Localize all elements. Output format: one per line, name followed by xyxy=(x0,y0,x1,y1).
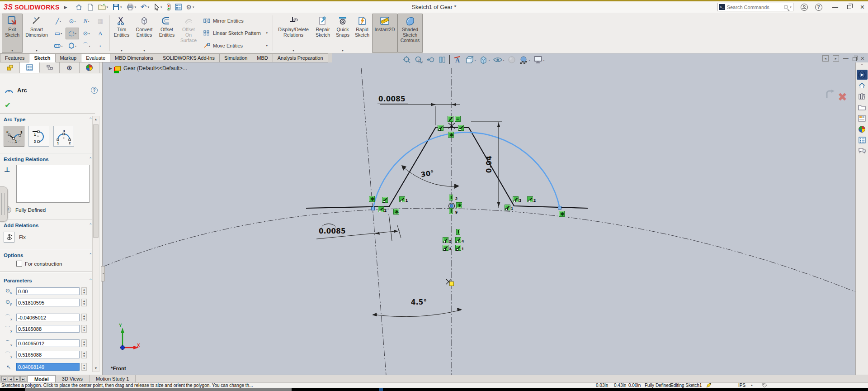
scroll-prev-icon[interactable]: ◀ xyxy=(8,376,14,381)
panel-slide-handle[interactable] xyxy=(0,186,8,222)
slot-tool[interactable]: ▾ xyxy=(52,40,65,52)
tab-mbd-dimensions[interactable]: MBD Dimensions xyxy=(110,53,158,62)
add-relations-section-header[interactable]: Add Relations xyxy=(4,223,38,228)
smart-dimension-button[interactable]: Smart Dimension ▾ xyxy=(23,14,51,53)
menu-flyout-icon[interactable]: ▶ xyxy=(64,5,67,10)
collapse-chevron-icon[interactable]: ⌃ xyxy=(89,278,92,282)
search-commands-box[interactable]: >_ ▾ xyxy=(717,3,793,11)
collapse-chevron-icon[interactable]: ⌃ xyxy=(89,253,92,257)
convert-entities-button[interactable]: Convert Entities ▾ xyxy=(132,14,156,53)
collapse-chevron-icon[interactable]: ⌃ xyxy=(89,117,92,121)
feature-tree-flyout[interactable]: ▶ Gear (Default<<Default>... xyxy=(109,65,187,72)
spline-tool[interactable]: N▾ xyxy=(80,15,93,27)
end-y-spinner[interactable]: ▲▼ xyxy=(81,351,87,358)
ellipse-tool[interactable]: ⊘▾ xyxy=(80,28,93,39)
tab-solidworks-addins[interactable]: SOLIDWORKS Add-Ins xyxy=(158,53,220,62)
chevron-down-icon[interactable]: ▾ xyxy=(36,49,38,52)
sketch-viewport[interactable] xyxy=(103,53,855,375)
chevron-down-icon[interactable]: ▾ xyxy=(489,58,490,62)
doc-close-button[interactable]: × xyxy=(861,55,864,62)
scroll-up-icon[interactable]: ▲ xyxy=(93,116,99,123)
ok-button[interactable]: ✔ xyxy=(5,100,11,110)
design-report-button[interactable] xyxy=(174,3,183,11)
solidworks-resources-tab[interactable] xyxy=(857,70,868,80)
centerpoint-arc-button[interactable]: 12 xyxy=(28,126,49,147)
existing-relations-section-header[interactable]: Existing Relations xyxy=(4,157,49,162)
chevron-down-icon[interactable]: ▾ xyxy=(529,58,530,62)
arc-type-section-header[interactable]: Arc Type xyxy=(4,117,25,122)
scrollbar-thumb[interactable] xyxy=(93,124,99,238)
chevron-down-icon[interactable]: ▾ xyxy=(543,58,545,62)
start-y-field[interactable] xyxy=(16,325,80,333)
chevron-down-icon[interactable]: ▾ xyxy=(148,5,150,9)
doc-restore-button[interactable] xyxy=(853,57,857,61)
panel-scrollbar[interactable]: ▲ ▼ xyxy=(92,116,99,372)
collapse-chevron-icon[interactable]: ⌃ xyxy=(89,157,92,161)
tab-markup[interactable]: Markup xyxy=(56,53,82,62)
zoom-to-fit-button[interactable] xyxy=(403,56,411,64)
start-x-spinner[interactable]: ▲▼ xyxy=(81,314,87,321)
home-tab[interactable] xyxy=(857,81,868,91)
display-delete-relations-button[interactable]: Display/Delete Relations ▾ xyxy=(274,14,312,53)
polygon-tool[interactable]: ▾ xyxy=(66,28,79,39)
end-x-field[interactable] xyxy=(16,339,80,347)
3d-views-tab[interactable]: 3D Views xyxy=(56,375,90,382)
tab-simulation[interactable]: Simulation xyxy=(220,53,252,62)
chevron-down-icon[interactable]: ▾ xyxy=(11,49,13,52)
print-button[interactable]: ▾ xyxy=(125,3,138,11)
linear-sketch-pattern-button[interactable]: Linear Sketch Pattern ▾ xyxy=(202,29,269,37)
appearances-scenes-tab[interactable] xyxy=(857,124,868,134)
dimension-arc-width[interactable]: 0.0085 xyxy=(318,227,349,236)
zoom-to-area-button[interactable] xyxy=(415,56,423,64)
property-manager-tab[interactable] xyxy=(20,62,40,73)
scroll-down-icon[interactable]: ▼ xyxy=(93,365,99,372)
scroll-last-icon[interactable]: ▶| xyxy=(20,376,26,381)
dimension-pitch-angle[interactable]: 4.5° xyxy=(411,298,427,306)
options-section-header[interactable]: Options xyxy=(4,253,23,258)
select-button[interactable]: ▾ xyxy=(152,3,164,12)
trim-entities-button[interactable]: Trim Entities ▾ xyxy=(111,14,132,53)
dimxpert-manager-tab[interactable]: ⊕ xyxy=(60,62,80,73)
shaded-sketch-contours-button[interactable]: Shaded Sketch Contours xyxy=(397,14,423,53)
chevron-down-icon[interactable]: ▾ xyxy=(266,31,268,35)
custom-properties-tab[interactable] xyxy=(857,135,868,145)
view-settings-button[interactable]: ▾ xyxy=(533,56,545,64)
rectangle-tool[interactable]: ▭▾ xyxy=(52,28,65,39)
search-input[interactable] xyxy=(727,5,782,10)
undo-button[interactable]: ↶▾ xyxy=(139,3,151,12)
save-button[interactable]: ▾ xyxy=(111,3,123,11)
units-selector[interactable]: IPS xyxy=(738,383,745,388)
file-explorer-tab[interactable] xyxy=(857,102,868,112)
parameters-section-header[interactable]: Parameters xyxy=(4,278,32,283)
section-view-button[interactable] xyxy=(438,56,446,64)
end-y-field[interactable] xyxy=(16,351,80,358)
chevron-down-icon[interactable]: ▾ xyxy=(503,58,505,62)
dimension-tooth-height[interactable]: 0.04 xyxy=(485,156,493,173)
start-y-spinner[interactable]: ▲▼ xyxy=(81,325,87,333)
chevron-down-icon[interactable]: ▾ xyxy=(107,5,108,9)
tab-mbd[interactable]: MBD xyxy=(252,53,273,62)
search-icon[interactable] xyxy=(784,5,788,9)
radius-spinner[interactable]: ▲▼ xyxy=(81,363,87,371)
fillet-tool[interactable]: ⌒▾ xyxy=(80,40,93,52)
point-tool[interactable]: ▪ xyxy=(94,40,107,52)
hide-show-items-button[interactable]: ▾ xyxy=(493,56,505,63)
options-button[interactable]: ⚙▾ xyxy=(185,3,196,11)
chevron-down-icon[interactable]: ▾ xyxy=(135,5,137,9)
scroll-next-icon[interactable]: ▶ xyxy=(14,376,20,381)
start-x-field[interactable] xyxy=(16,314,80,321)
checkbox[interactable] xyxy=(16,261,22,267)
existing-relations-list[interactable] xyxy=(16,165,90,203)
repair-sketch-button[interactable]: Repair Sketch xyxy=(312,14,333,53)
motion-study-tab[interactable]: Motion Study 1 xyxy=(90,375,136,382)
tab-sketch[interactable]: Sketch xyxy=(29,53,55,62)
display-style-button[interactable]: ▾ xyxy=(479,56,490,64)
chevron-down-icon[interactable]: ▾ xyxy=(292,49,294,52)
for-construction-option[interactable]: For construction xyxy=(16,261,62,267)
chevron-down-icon[interactable]: ▾ xyxy=(160,5,162,9)
sketch-visibility-button[interactable]: A xyxy=(453,56,462,64)
view-orientation-button[interactable]: ▾ xyxy=(465,56,476,64)
edit-appearance-button[interactable] xyxy=(508,56,516,64)
view-palette-tab[interactable] xyxy=(857,113,868,123)
exit-sketch-button[interactable]: Exit Sketch ▾ xyxy=(2,14,23,53)
